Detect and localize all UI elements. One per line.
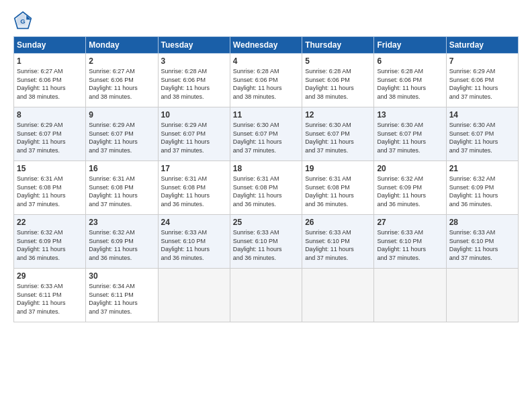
calendar-page: G SundayMondayTuesdayWednesdayThursdayFr… — [0, 0, 532, 411]
logo: G — [13, 11, 35, 30]
calendar-cell: 28Sunrise: 6:33 AM Sunset: 6:10 PM Dayli… — [446, 215, 518, 269]
calendar-cell: 11Sunrise: 6:30 AM Sunset: 6:07 PM Dayli… — [230, 107, 302, 161]
calendar-week-1: 1Sunrise: 6:27 AM Sunset: 6:06 PM Daylig… — [14, 54, 519, 107]
day-info: Sunrise: 6:32 AM Sunset: 6:09 PM Dayligh… — [17, 228, 83, 262]
calendar-week-5: 29Sunrise: 6:33 AM Sunset: 6:11 PM Dayli… — [14, 269, 519, 322]
calendar-cell: 13Sunrise: 6:30 AM Sunset: 6:07 PM Dayli… — [374, 107, 446, 161]
calendar-cell: 2Sunrise: 6:27 AM Sunset: 6:06 PM Daylig… — [86, 54, 158, 107]
day-info: Sunrise: 6:32 AM Sunset: 6:09 PM Dayligh… — [377, 175, 443, 208]
header-day-saturday: Saturday — [446, 37, 518, 54]
calendar-cell: 5Sunrise: 6:28 AM Sunset: 6:06 PM Daylig… — [302, 54, 374, 107]
day-number: 22 — [17, 218, 83, 227]
calendar-cell: 9Sunrise: 6:29 AM Sunset: 6:07 PM Daylig… — [86, 107, 158, 161]
calendar-cell: 30Sunrise: 6:34 AM Sunset: 6:11 PM Dayli… — [86, 269, 158, 322]
day-number: 21 — [449, 164, 515, 173]
calendar-week-2: 8Sunrise: 6:29 AM Sunset: 6:07 PM Daylig… — [14, 107, 519, 161]
day-number: 25 — [233, 218, 299, 227]
day-info: Sunrise: 6:29 AM Sunset: 6:07 PM Dayligh… — [17, 121, 83, 154]
calendar-cell: 6Sunrise: 6:28 AM Sunset: 6:06 PM Daylig… — [374, 54, 446, 107]
header-row: G — [13, 11, 519, 30]
day-number: 15 — [17, 164, 83, 173]
day-info: Sunrise: 6:32 AM Sunset: 6:09 PM Dayligh… — [449, 175, 515, 208]
day-number: 24 — [161, 218, 227, 227]
day-number: 9 — [89, 110, 154, 120]
day-number: 8 — [17, 110, 83, 120]
calendar-cell: 17Sunrise: 6:31 AM Sunset: 6:08 PM Dayli… — [158, 161, 230, 215]
calendar-cell: 26Sunrise: 6:33 AM Sunset: 6:10 PM Dayli… — [302, 215, 374, 269]
calendar-cell: 20Sunrise: 6:32 AM Sunset: 6:09 PM Dayli… — [374, 161, 446, 215]
header-day-friday: Friday — [374, 37, 446, 54]
header-day-tuesday: Tuesday — [158, 37, 230, 54]
header-day-wednesday: Wednesday — [230, 37, 302, 54]
calendar-cell: 14Sunrise: 6:30 AM Sunset: 6:07 PM Dayli… — [446, 107, 518, 161]
calendar-body: 1Sunrise: 6:27 AM Sunset: 6:06 PM Daylig… — [14, 54, 519, 322]
svg-text:G: G — [20, 17, 25, 25]
calendar-cell: 3Sunrise: 6:28 AM Sunset: 6:06 PM Daylig… — [158, 54, 230, 107]
day-number: 28 — [449, 218, 515, 227]
day-number: 3 — [161, 56, 227, 66]
day-info: Sunrise: 6:31 AM Sunset: 6:08 PM Dayligh… — [233, 175, 299, 208]
day-number: 1 — [17, 56, 83, 66]
day-number: 18 — [233, 164, 299, 173]
header-day-thursday: Thursday — [302, 37, 374, 54]
day-info: Sunrise: 6:33 AM Sunset: 6:11 PM Dayligh… — [17, 282, 83, 316]
day-number: 23 — [89, 218, 154, 227]
calendar-cell: 25Sunrise: 6:33 AM Sunset: 6:10 PM Dayli… — [230, 215, 302, 269]
calendar-cell: 15Sunrise: 6:31 AM Sunset: 6:08 PM Dayli… — [14, 161, 86, 215]
day-number: 14 — [449, 110, 515, 120]
day-info: Sunrise: 6:32 AM Sunset: 6:09 PM Dayligh… — [89, 228, 154, 262]
day-number: 4 — [233, 56, 299, 66]
day-info: Sunrise: 6:29 AM Sunset: 6:06 PM Dayligh… — [449, 67, 515, 101]
calendar-cell: 4Sunrise: 6:28 AM Sunset: 6:06 PM Daylig… — [230, 54, 302, 107]
calendar-header: SundayMondayTuesdayWednesdayThursdayFrid… — [14, 37, 519, 54]
day-number: 11 — [233, 110, 299, 120]
day-number: 6 — [377, 56, 443, 66]
calendar-cell: 27Sunrise: 6:33 AM Sunset: 6:10 PM Dayli… — [374, 215, 446, 269]
day-info: Sunrise: 6:33 AM Sunset: 6:10 PM Dayligh… — [161, 228, 227, 262]
day-info: Sunrise: 6:27 AM Sunset: 6:06 PM Dayligh… — [17, 67, 83, 101]
day-info: Sunrise: 6:29 AM Sunset: 6:07 PM Dayligh… — [161, 121, 227, 154]
calendar-cell: 23Sunrise: 6:32 AM Sunset: 6:09 PM Dayli… — [86, 215, 158, 269]
calendar-cell: 22Sunrise: 6:32 AM Sunset: 6:09 PM Dayli… — [14, 215, 86, 269]
calendar-cell: 18Sunrise: 6:31 AM Sunset: 6:08 PM Dayli… — [230, 161, 302, 215]
day-info: Sunrise: 6:33 AM Sunset: 6:10 PM Dayligh… — [305, 228, 371, 262]
day-info: Sunrise: 6:33 AM Sunset: 6:10 PM Dayligh… — [377, 228, 443, 262]
day-info: Sunrise: 6:31 AM Sunset: 6:08 PM Dayligh… — [89, 175, 154, 208]
day-info: Sunrise: 6:31 AM Sunset: 6:08 PM Dayligh… — [17, 175, 83, 208]
day-number: 13 — [377, 110, 443, 120]
day-number: 5 — [305, 56, 371, 66]
calendar-week-4: 22Sunrise: 6:32 AM Sunset: 6:09 PM Dayli… — [14, 215, 519, 269]
day-info: Sunrise: 6:33 AM Sunset: 6:10 PM Dayligh… — [233, 228, 299, 262]
header-day-monday: Monday — [86, 37, 158, 54]
day-number: 29 — [17, 271, 83, 281]
day-info: Sunrise: 6:28 AM Sunset: 6:06 PM Dayligh… — [161, 67, 227, 101]
calendar-cell: 21Sunrise: 6:32 AM Sunset: 6:09 PM Dayli… — [446, 161, 518, 215]
day-number: 10 — [161, 110, 227, 120]
day-info: Sunrise: 6:28 AM Sunset: 6:06 PM Dayligh… — [233, 67, 299, 101]
day-info: Sunrise: 6:34 AM Sunset: 6:11 PM Dayligh… — [89, 282, 154, 316]
calendar-cell: 19Sunrise: 6:31 AM Sunset: 6:08 PM Dayli… — [302, 161, 374, 215]
day-number: 17 — [161, 164, 227, 173]
calendar-cell: 12Sunrise: 6:30 AM Sunset: 6:07 PM Dayli… — [302, 107, 374, 161]
calendar-cell — [302, 269, 374, 322]
day-info: Sunrise: 6:30 AM Sunset: 6:07 PM Dayligh… — [377, 121, 443, 154]
day-info: Sunrise: 6:30 AM Sunset: 6:07 PM Dayligh… — [305, 121, 371, 154]
day-number: 12 — [305, 110, 371, 120]
calendar-cell: 7Sunrise: 6:29 AM Sunset: 6:06 PM Daylig… — [446, 54, 518, 107]
calendar-cell — [374, 269, 446, 322]
day-info: Sunrise: 6:28 AM Sunset: 6:06 PM Dayligh… — [305, 67, 371, 101]
day-info: Sunrise: 6:30 AM Sunset: 6:07 PM Dayligh… — [233, 121, 299, 154]
day-number: 19 — [305, 164, 371, 173]
day-info: Sunrise: 6:31 AM Sunset: 6:08 PM Dayligh… — [161, 175, 227, 208]
day-info: Sunrise: 6:31 AM Sunset: 6:08 PM Dayligh… — [305, 175, 371, 208]
calendar-week-3: 15Sunrise: 6:31 AM Sunset: 6:08 PM Dayli… — [14, 161, 519, 215]
calendar-cell: 16Sunrise: 6:31 AM Sunset: 6:08 PM Dayli… — [86, 161, 158, 215]
day-number: 26 — [305, 218, 371, 227]
day-info: Sunrise: 6:28 AM Sunset: 6:06 PM Dayligh… — [377, 67, 443, 101]
calendar-cell — [158, 269, 230, 322]
calendar-cell: 1Sunrise: 6:27 AM Sunset: 6:06 PM Daylig… — [14, 54, 86, 107]
calendar-cell — [446, 269, 518, 322]
calendar-cell: 10Sunrise: 6:29 AM Sunset: 6:07 PM Dayli… — [158, 107, 230, 161]
calendar-header-row: SundayMondayTuesdayWednesdayThursdayFrid… — [14, 37, 519, 54]
calendar-cell: 29Sunrise: 6:33 AM Sunset: 6:11 PM Dayli… — [14, 269, 86, 322]
